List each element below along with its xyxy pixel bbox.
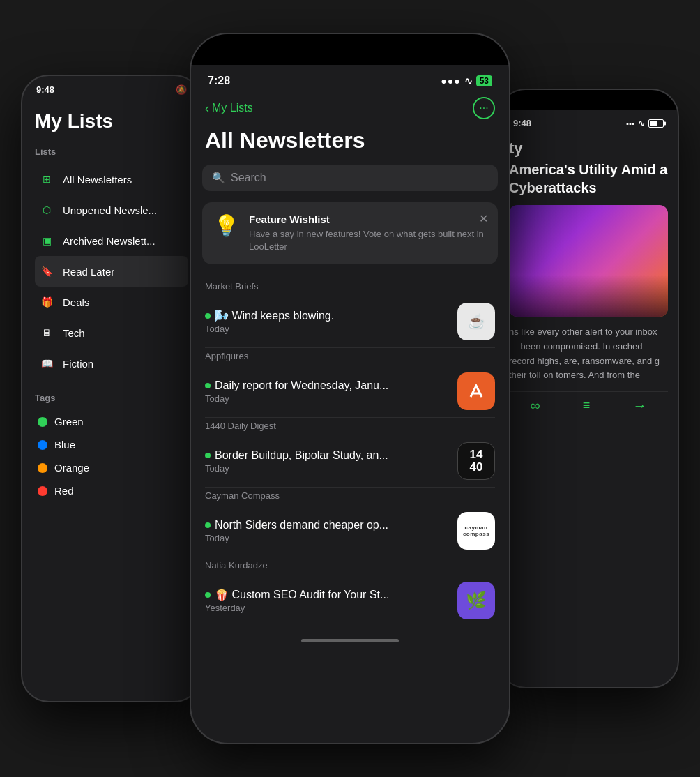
signal-icon: ●●● xyxy=(441,75,460,86)
tag-orange[interactable]: Orange xyxy=(35,456,188,479)
natia-title: 🍿 Custom SEO Audit for Your St... xyxy=(205,588,448,601)
section-label-market-briefs: Market Briefs xyxy=(191,278,509,296)
center-time: 7:28 xyxy=(208,75,230,87)
deals-icon: 🎁 xyxy=(38,293,56,311)
right-article-subtitle: America's Utility Amid a Cyberattacks xyxy=(509,160,668,197)
right-battery-fill xyxy=(650,121,657,126)
left-bell-icon: 🔕 xyxy=(176,84,187,95)
cayman-title: North Siders demand cheaper op... xyxy=(205,519,448,531)
battery-label: 53 xyxy=(476,75,492,86)
tags-label: Tags xyxy=(35,393,188,403)
wind-date: Today xyxy=(205,324,448,334)
1440-title: Border Buildup, Bipolar Study, an... xyxy=(205,449,448,462)
right-toolbar-icon-3[interactable]: → xyxy=(632,398,646,414)
orange-dot xyxy=(38,463,47,473)
right-toolbar-icon-2[interactable]: ≡ xyxy=(583,398,591,413)
wind-title: 🌬️ Wind keeps blowing. xyxy=(205,309,448,322)
left-content: My Lists Lists ⊞ All Newsletters ⬡ Unope… xyxy=(22,99,201,513)
appfigures-content: Daily report for Wednesday, Janu... Toda… xyxy=(205,379,448,404)
more-button[interactable]: ··· xyxy=(473,97,495,119)
natia-content: 🍿 Custom SEO Audit for Your St... Yester… xyxy=(205,588,448,613)
list-label-read-later: Read Later xyxy=(63,266,114,278)
more-icon: ··· xyxy=(479,102,488,114)
left-title: My Lists xyxy=(35,110,188,133)
tag-red[interactable]: Red xyxy=(35,479,188,502)
feature-description: Have a say in new features! Vote on what… xyxy=(249,228,487,253)
back-button[interactable]: ‹ My Lists xyxy=(205,101,253,116)
list-label-all-newsletters: All Newsletters xyxy=(63,174,132,186)
tech-icon: 🖥 xyxy=(38,324,56,342)
appfigures-title: Daily report for Wednesday, Janu... xyxy=(205,379,448,392)
right-toolbar: ∞ ≡ → xyxy=(509,391,668,419)
newsletter-item-appfigures[interactable]: Daily report for Wednesday, Janu... Toda… xyxy=(191,365,509,417)
tags-section: Tags Green Blue Orange Red xyxy=(35,393,188,502)
appfigures-logo xyxy=(457,372,495,410)
center-nav-bar: ‹ My Lists ··· xyxy=(191,91,509,122)
section-label-appfigures: Appfigures xyxy=(191,348,509,365)
right-toolbar-icon-1[interactable]: ∞ xyxy=(531,398,540,414)
left-phone: 9:48 🔕 My Lists Lists ⊞ All Newsletters … xyxy=(21,75,202,702)
dynamic-island xyxy=(308,38,392,61)
right-notch xyxy=(561,94,616,110)
read-later-icon: 🔖 xyxy=(38,262,56,280)
feature-lightbulb-icon: 💡 xyxy=(213,213,239,238)
center-phone: 7:28 ●●● ∿ 53 ‹ My Lists ··· All Newslet… xyxy=(190,33,510,744)
natia-date: Yesterday xyxy=(205,603,448,613)
right-status-icons: ▪▪▪ ∿ xyxy=(626,119,664,128)
tag-label-red: Red xyxy=(54,485,74,497)
list-item-unopened[interactable]: ⬡ Unopened Newsle... xyxy=(35,195,188,225)
tag-blue[interactable]: Blue xyxy=(35,433,188,456)
feature-text: Feature Wishlist Have a say in new featu… xyxy=(249,213,487,253)
home-indicator-wrapper xyxy=(191,626,509,655)
wifi-icon: ∿ xyxy=(464,75,473,86)
tag-label-green: Green xyxy=(54,416,84,428)
lists-label: Lists xyxy=(35,146,188,157)
right-signal-icon: ▪▪▪ xyxy=(626,119,634,128)
red-dot xyxy=(38,486,47,496)
search-bar[interactable]: 🔍 Search xyxy=(202,165,498,191)
close-feature-button[interactable]: ✕ xyxy=(479,212,488,225)
list-item-fiction[interactable]: 📖 Fiction xyxy=(35,348,188,379)
right-status-bar: 9:48 ▪▪▪ ∿ xyxy=(499,110,678,133)
list-item-tech[interactable]: 🖥 Tech xyxy=(35,317,188,348)
right-wifi-icon: ∿ xyxy=(638,119,645,128)
newsletter-list: Market Briefs 🌬️ Wind keeps blowing. Tod… xyxy=(191,278,509,626)
list-item-deals[interactable]: 🎁 Deals xyxy=(35,287,188,317)
newsletter-item-natia[interactable]: 🍿 Custom SEO Audit for Your St... Yester… xyxy=(191,575,509,626)
section-label-cayman: Cayman Compass xyxy=(191,488,509,505)
list-items-container: ⊞ All Newsletters ⬡ Unopened Newsle... ▣… xyxy=(35,164,188,379)
list-label-fiction: Fiction xyxy=(63,358,93,370)
unread-dot-cayman xyxy=(205,522,211,528)
right-phone: 9:48 ▪▪▪ ∿ ty America's Utility Amid a C… xyxy=(498,89,679,688)
newsletter-item-wind[interactable]: 🌬️ Wind keeps blowing. Today ☕ xyxy=(191,296,509,347)
search-icon: 🔍 xyxy=(212,172,225,184)
tag-label-blue: Blue xyxy=(54,439,75,451)
center-status-icons: ●●● ∿ 53 xyxy=(441,75,492,86)
search-placeholder: Search xyxy=(231,172,266,184)
cayman-logo: caymancompass xyxy=(457,512,495,550)
right-article-image xyxy=(509,205,668,317)
section-label-1440: 1440 Daily Digest xyxy=(191,418,509,435)
unopened-icon: ⬡ xyxy=(38,201,56,219)
green-dot xyxy=(38,417,47,427)
tag-green[interactable]: Green xyxy=(35,410,188,433)
all-newsletters-icon: ⊞ xyxy=(38,170,56,188)
list-label-unopened: Unopened Newsle... xyxy=(63,204,157,216)
1440-date: Today xyxy=(205,463,448,474)
unread-dot-appfigures xyxy=(205,383,211,388)
right-battery-icon xyxy=(648,119,664,128)
back-chevron-icon: ‹ xyxy=(205,101,209,116)
home-indicator xyxy=(301,639,399,642)
right-image-overlay xyxy=(509,275,668,317)
newsletter-item-cayman[interactable]: North Siders demand cheaper op... Today … xyxy=(191,505,509,557)
newsletter-item-1440[interactable]: Border Buildup, Bipolar Study, an... Tod… xyxy=(191,435,509,487)
1440-logo: 1440 xyxy=(457,442,495,480)
archived-icon: ▣ xyxy=(38,232,56,250)
right-time: 9:48 xyxy=(513,118,531,128)
list-item-read-later[interactable]: 🔖 Read Later xyxy=(35,256,188,287)
list-item-all-newsletters[interactable]: ⊞ All Newsletters xyxy=(35,164,188,195)
list-item-archived[interactable]: ▣ Archived Newslett... xyxy=(35,225,188,256)
natia-logo: 🌿 xyxy=(457,582,495,619)
left-status-bar: 9:48 🔕 xyxy=(22,76,201,99)
list-label-archived: Archived Newslett... xyxy=(63,235,155,247)
